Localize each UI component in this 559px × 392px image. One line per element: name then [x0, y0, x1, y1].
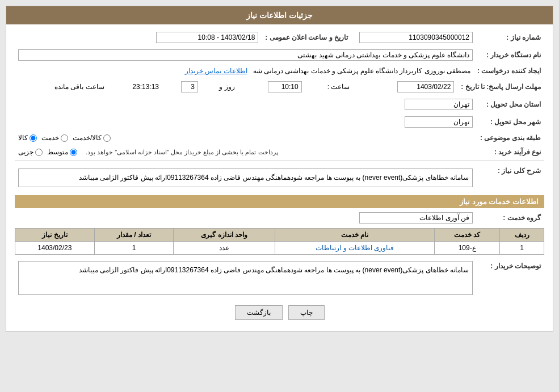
sharh-label: شرح کلی نیاز :: [476, 164, 544, 192]
services-table: ردیف کد خدمت نام خدمت واحد اندازه گیری ت…: [15, 228, 544, 255]
grohe-value: فن آوری اطلاعات: [359, 212, 473, 224]
cell-naam: فناوری اطلاعات و ارتباطات: [275, 242, 435, 255]
tabaqe-kala-label: کالا: [18, 134, 28, 142]
farayand-jozi-option[interactable]: جزیی: [18, 148, 43, 156]
mohlat-mande-label: ساعت باقی مانده: [15, 79, 108, 94]
tabaqe-khedmat-label: خدمت: [41, 134, 59, 142]
cell-tarikh: 1403/02/23: [15, 242, 95, 255]
mohlat-label: مهلت ارسال پاسخ: تا تاریخ :: [457, 79, 544, 94]
page-title: جزئیات اطلاعات نیاز: [6, 6, 553, 24]
taarik-aalan-label: تاریخ و ساعت اعلان عمومی :: [262, 30, 351, 45]
farayand-jozi-label: جزیی: [18, 148, 33, 156]
bottom-buttons: چاپ بازگشت: [15, 300, 544, 326]
mohlat-mande-value: 23:13:13: [108, 79, 162, 94]
ijadKonande-value: مصطفی نوروزی کاربرداز دانشگاه علوم پزشکی…: [253, 67, 470, 75]
tabaqe-kala-option[interactable]: کالا: [18, 134, 37, 142]
shahr-label: شهر محل تحویل :: [476, 115, 544, 129]
col-radif: ردیف: [500, 229, 544, 242]
mohlat-date: 1403/02/22: [397, 81, 454, 92]
ostan-label: استان محل تحویل :: [476, 97, 544, 112]
cell-radif: 1: [500, 242, 544, 255]
shomareNiaz-label: شماره نیاز :: [476, 30, 544, 45]
cell-kod: ع-109: [435, 242, 500, 255]
mohlat-roz-value: 3: [181, 81, 198, 92]
print-button[interactable]: چاپ: [288, 305, 325, 320]
grohe-label: گروه خدمت :: [476, 210, 544, 225]
tabaqe-khedmat-option[interactable]: خدمت: [41, 134, 68, 142]
ijadKonande-label: ایجاد کننده درخواست :: [474, 65, 544, 77]
tabaqe-kalakhedmat-option[interactable]: کالا/خدمت: [73, 134, 111, 142]
taarik-aalan-value: 1403/02/18 - 10:08: [156, 32, 258, 43]
ijadKonande-link[interactable]: اطلاعات تماس خریدار: [185, 67, 247, 75]
tabaqe-kalakhedmat-label: کالا/خدمت: [73, 134, 102, 142]
farayand-motevaset-label: متوسط: [47, 148, 68, 156]
col-naam: نام خدمت: [275, 229, 435, 242]
back-button[interactable]: بازگشت: [235, 305, 283, 320]
mohlat-saat-value: 10:10: [268, 81, 302, 92]
farayand-motevaset-radio[interactable]: [70, 149, 77, 156]
namDastgah-value: دانشگاه علوم پزشکی و خدمات بهداشتی درمان…: [18, 49, 473, 61]
table-row: 1ع-109فناوری اطلاعات و ارتباطاتعدد11403/…: [15, 242, 544, 255]
cell-vahed: عدد: [174, 242, 275, 255]
mohlat-roz-label: روز و: [201, 79, 238, 94]
tabaqe-label: طبقه بندی موضوعی :: [476, 132, 544, 144]
tabaqe-kala-radio[interactable]: [30, 134, 37, 142]
services-section-title: اطلاعات خدمات مورد نیاز: [15, 195, 544, 208]
sharh-value: سامانه خطاهای پزشکی(never event) به پیوس…: [18, 168, 473, 187]
cell-tedad: 1: [94, 242, 174, 255]
mohlat-saat-label: ساعت :: [305, 79, 354, 94]
shomareNiaz-value: 1103090345000012: [359, 32, 473, 43]
shahr-value: تهران: [405, 116, 473, 128]
divider-1: [15, 161, 544, 161]
col-tedad: تعداد / مقدار: [94, 229, 174, 242]
farayand-note: پرداخت تمام یا بخشی از مبلغ خریداز محل "…: [86, 149, 278, 156]
col-kod: کد خدمت: [435, 229, 500, 242]
col-vahed: واحد اندازه گیری: [174, 229, 275, 242]
col-tarikh: تاریخ نیاز: [15, 229, 95, 242]
noeFarayand-label: نوع فرآیند خرید :: [476, 146, 544, 158]
tabaqe-khedmat-radio[interactable]: [61, 134, 68, 142]
farayand-motevaset-option[interactable]: متوسط: [47, 148, 77, 156]
tabaqe-kalakhedmat-radio[interactable]: [103, 134, 111, 142]
farayand-jozi-radio[interactable]: [35, 149, 43, 156]
namDastgah-label: نام دستگاه خریدار :: [476, 48, 544, 62]
buyer-desc-value: سامانه خطاهای پزشکی(never event) به پیوس…: [18, 261, 473, 295]
ostan-value: تهران: [405, 99, 473, 110]
buyer-desc-label: توصیحات خریدار :: [476, 259, 544, 297]
